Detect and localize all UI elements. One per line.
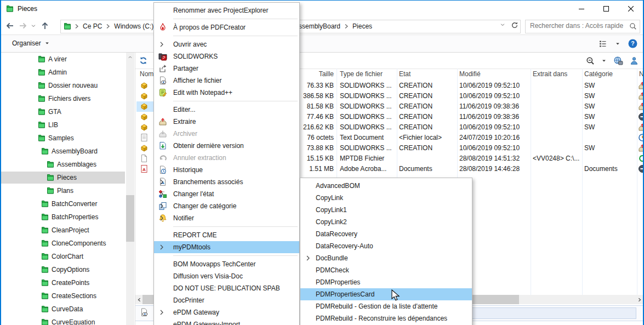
- menu-item-pdmrebuild-reconstruire-les-d-pendances[interactable]: PDMRebuild - Reconstruire les dépendance…: [300, 312, 472, 324]
- tree-item-colorchart[interactable]: ColorChart: [1, 250, 135, 263]
- menu-item-solidworks[interactable]: SOLIDWORKS: [154, 50, 299, 62]
- menu-item-copylink1[interactable]: CopyLink1: [300, 204, 472, 216]
- menu-item-obtenir-derni-re-version[interactable]: Obtenir dernière version: [154, 140, 299, 152]
- tree-item-assemblyboard[interactable]: AssemblyBoard: [1, 145, 135, 158]
- menu-item-propos-de-pdfcreator[interactable]: À propos de PDFCreator: [154, 21, 299, 33]
- tree-item-gta[interactable]: GTA: [1, 105, 135, 118]
- scroll-right-icon[interactable]: [637, 298, 642, 302]
- cell-etat: CREATION: [399, 143, 455, 153]
- menu-item-bom-moovapps-techcenter[interactable]: BOM Moovapps TechCenter: [154, 258, 299, 270]
- tree-item-batchconverter[interactable]: BatchConverter: [1, 197, 135, 210]
- search-box[interactable]: [525, 20, 640, 33]
- column-header-etat[interactable]: Etat: [399, 70, 455, 78]
- scroll-left-icon[interactable]: [137, 298, 141, 302]
- column-header-modifi[interactable]: Modifié: [459, 70, 529, 78]
- up-button[interactable]: [41, 21, 49, 30]
- tree-item-dossier-nouveau[interactable]: Dossier nouveau: [1, 79, 135, 92]
- menu-item-epdm-gateway[interactable]: ePDM Gateway: [154, 306, 299, 318]
- web-options-icon[interactable]: [613, 56, 623, 66]
- tree-item-curveequation[interactable]: CurveEquation: [1, 316, 135, 325]
- text-doc-icon: [140, 133, 149, 142]
- search-input[interactable]: [529, 21, 624, 30]
- chevron-down-icon[interactable]: [601, 58, 607, 64]
- menu-item-epdm-gateway-import[interactable]: ePDM Gateway-Import: [154, 318, 299, 325]
- window-title: Pieces: [18, 5, 37, 13]
- menu-item-renommer-avec-projectexplorer[interactable]: Renommer avec ProjectExplorer: [154, 4, 299, 16]
- tree-item-a-virer[interactable]: A virer: [1, 53, 135, 66]
- column-header-extrait-dans[interactable]: Extrait dans: [533, 70, 581, 78]
- column-header-type-de-fichier[interactable]: Type de fichier: [340, 70, 394, 78]
- menu-item-changer-l-tat[interactable]: Changer l'état: [154, 188, 299, 200]
- menu-item-edit-with-notepad[interactable]: Edit with Notepad++: [154, 87, 299, 99]
- chevron-down-icon[interactable]: [615, 41, 620, 47]
- menu-item-afficher-le-fichier[interactable]: Afficher le fichier: [154, 75, 299, 87]
- menu-item-pdmcheck[interactable]: PDMCheck: [300, 264, 472, 276]
- menu-item-mypdmtools[interactable]: myPDMtools: [154, 241, 299, 253]
- organiser-button[interactable]: Organiser: [12, 39, 50, 47]
- menu-item-ouvrir-avec[interactable]: Ouvrir avec: [154, 38, 299, 50]
- menu-item-datarecovery[interactable]: DataRecovery: [300, 228, 472, 240]
- tree-item-label: CopyOptions: [52, 263, 89, 276]
- checkout-arrow-icon: [158, 117, 167, 126]
- tree-item-fichiers-divers[interactable]: Fichiers divers: [1, 92, 135, 105]
- menu-item-annuler-extraction[interactable]: Annuler extraction: [154, 152, 299, 164]
- menu-item-pdmrebuild-gestion-de-la-liste-d-attente[interactable]: PDMRebuild - Gestion de la liste d'atten…: [300, 300, 472, 312]
- breadcrumb-item-pieces[interactable]: Pieces: [351, 22, 373, 30]
- tree-item-batchproperties[interactable]: BatchProperties: [1, 210, 135, 224]
- help-button[interactable]: ?: [628, 39, 637, 48]
- tree-item-cleanproject[interactable]: CleanProject: [1, 224, 135, 237]
- refresh-icon[interactable]: [139, 56, 148, 65]
- tree-item-assemblages[interactable]: Assemblages: [1, 158, 135, 171]
- view-list-button[interactable]: [599, 39, 607, 48]
- back-button[interactable]: [5, 21, 14, 30]
- menu-item-extraire[interactable]: Extraire: [154, 116, 299, 128]
- user-icon[interactable]: [630, 56, 639, 65]
- tree-item-createsections[interactable]: CreateSections: [1, 289, 135, 303]
- menu-item-notifier[interactable]: Notifier: [154, 212, 299, 224]
- tree-item-curvedata[interactable]: CurveData: [1, 303, 135, 316]
- menu-item-report-cme[interactable]: REPORT CME: [154, 229, 299, 241]
- tree-item-clonecomponents[interactable]: CloneComponents: [1, 237, 135, 250]
- menu-item-docbundle[interactable]: DocBundle: [300, 252, 472, 264]
- tree-item-lib[interactable]: LIB: [1, 118, 135, 132]
- menu-item-changer-de-cat-gorie[interactable]: Changer de catégorie: [154, 200, 299, 212]
- menu-item-branchements-associ-s[interactable]: ABranchements associés: [154, 176, 299, 188]
- tree-item-plans[interactable]: Plans: [1, 184, 135, 197]
- tree-scrollbar[interactable]: [126, 53, 134, 325]
- breadcrumb-item-assemblyboard[interactable]: AssemblyBoard: [293, 22, 341, 30]
- recent-locations-chevron-icon[interactable]: [31, 23, 36, 28]
- menu-item-pdmpropertiescard[interactable]: PDMPropertiesCard: [300, 288, 472, 300]
- menu-item-diffusion-vers-visia-doc[interactable]: Diffusion vers Visia-Doc: [154, 270, 299, 282]
- menu-item-editer[interactable]: Editer...: [154, 104, 299, 116]
- scroll-up-icon[interactable]: [128, 55, 133, 60]
- tree-item-pieces[interactable]: Pieces: [1, 171, 135, 184]
- maximize-button[interactable]: [594, 1, 618, 17]
- column-header-cat-gorie[interactable]: Catégorie: [584, 70, 635, 78]
- column-header-n[interactable]: N: [639, 70, 643, 78]
- menu-item-copylink2[interactable]: CopyLink2: [300, 216, 472, 228]
- menu-item-advancedbom[interactable]: AdvancedBOM: [300, 180, 472, 192]
- menu-item-historique[interactable]: Historique: [154, 164, 299, 176]
- address-dropdown-icon[interactable]: [500, 22, 506, 28]
- tree-item-copyoptions[interactable]: CopyOptions: [1, 263, 135, 276]
- forward-button[interactable]: [19, 21, 27, 30]
- menu-item-do-not-use-publication-spab[interactable]: DO NOT USE: PUBLICATION SPAB: [154, 282, 299, 294]
- close-button[interactable]: [618, 1, 643, 17]
- minimize-button[interactable]: [569, 1, 594, 17]
- tree-item-admin[interactable]: Admin: [1, 66, 135, 79]
- breadcrumb-item-ce-pc[interactable]: Ce PC: [82, 22, 103, 30]
- menu-item-partager[interactable]: Partager: [154, 62, 299, 75]
- tree-scrollbar-thumb[interactable]: [126, 195, 134, 242]
- tree-item-samples[interactable]: Samples: [1, 132, 135, 145]
- breadcrumb-item-windows-c[interactable]: Windows (C:): [113, 22, 155, 30]
- menu-item-archiver[interactable]: Archiver: [154, 128, 299, 140]
- tree-item-createpoints[interactable]: CreatePoints: [1, 276, 135, 289]
- menu-item-copylink[interactable]: CopyLink: [300, 192, 472, 204]
- svg-text:?: ?: [631, 40, 634, 47]
- menu-item-pdmproperties[interactable]: PDMProperties: [300, 276, 472, 288]
- zoom-out-icon[interactable]: [586, 56, 595, 65]
- menu-item-docprinter[interactable]: DocPrinter: [154, 294, 299, 306]
- refresh-icon[interactable]: [511, 21, 518, 29]
- search-icon[interactable]: [629, 22, 637, 30]
- menu-item-datarecovery-auto[interactable]: DataRecovery-Auto: [300, 240, 472, 252]
